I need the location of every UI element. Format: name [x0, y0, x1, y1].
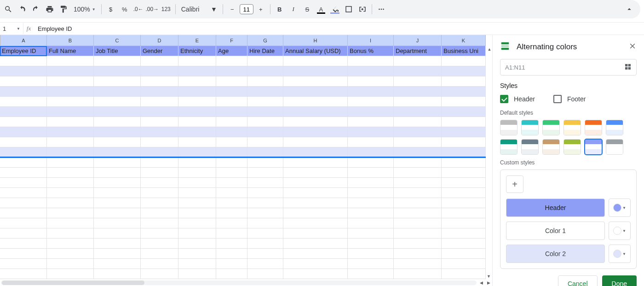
cell[interactable] — [247, 117, 283, 127]
column-header-F[interactable]: F — [216, 35, 247, 46]
cell[interactable] — [141, 117, 178, 127]
cell[interactable] — [247, 66, 283, 76]
cell[interactable] — [94, 66, 141, 76]
cell[interactable] — [348, 66, 394, 76]
header-cell[interactable]: Annual Salary (USD) — [283, 46, 348, 56]
cell[interactable] — [442, 56, 486, 66]
cell[interactable] — [178, 249, 216, 259]
cell[interactable] — [141, 198, 178, 208]
cell[interactable] — [247, 158, 283, 168]
cell[interactable] — [283, 87, 348, 97]
cell[interactable] — [0, 56, 47, 66]
cell[interactable] — [47, 137, 94, 147]
column-header-J[interactable]: J — [394, 35, 442, 46]
cell[interactable] — [348, 218, 394, 228]
cell[interactable] — [394, 228, 442, 239]
cell[interactable] — [178, 269, 216, 279]
cell[interactable] — [348, 76, 394, 87]
custom-header-row[interactable]: Header — [506, 198, 605, 217]
cell[interactable] — [442, 228, 486, 239]
header-cell[interactable]: Hire Date — [247, 46, 283, 56]
cell[interactable] — [178, 208, 216, 218]
cell[interactable] — [394, 259, 442, 269]
cell[interactable] — [94, 76, 141, 87]
undo-icon[interactable] — [16, 3, 29, 16]
cell[interactable] — [0, 239, 47, 249]
cell[interactable] — [247, 228, 283, 239]
cell[interactable] — [216, 97, 247, 107]
cell[interactable] — [47, 127, 94, 137]
cell[interactable] — [348, 117, 394, 127]
cell[interactable] — [178, 127, 216, 137]
style-preset[interactable] — [521, 139, 539, 155]
cell[interactable] — [0, 168, 47, 178]
cell[interactable] — [442, 76, 486, 87]
header-checkbox[interactable]: Header — [500, 95, 535, 103]
cell[interactable] — [442, 259, 486, 269]
cell[interactable] — [283, 97, 348, 107]
column-header-H[interactable]: H — [283, 35, 348, 46]
cell[interactable] — [47, 66, 94, 76]
cell[interactable] — [94, 56, 141, 66]
cell[interactable] — [178, 198, 216, 208]
cell[interactable] — [216, 249, 247, 259]
cell[interactable] — [178, 259, 216, 269]
cell[interactable] — [178, 56, 216, 66]
redo-icon[interactable] — [29, 3, 42, 16]
cell[interactable] — [0, 208, 47, 218]
cell[interactable] — [141, 107, 178, 117]
cell[interactable] — [247, 168, 283, 178]
cell[interactable] — [47, 87, 94, 97]
cell[interactable] — [394, 239, 442, 249]
more-toolbar-button[interactable] — [375, 3, 388, 16]
cell[interactable] — [0, 127, 47, 137]
cell[interactable] — [141, 218, 178, 228]
cell[interactable] — [442, 249, 486, 259]
cell[interactable] — [216, 188, 247, 198]
cell[interactable] — [178, 66, 216, 76]
cell[interactable] — [178, 239, 216, 249]
bold-button[interactable]: B — [273, 3, 286, 16]
cell[interactable] — [348, 178, 394, 188]
cell[interactable] — [216, 239, 247, 249]
cell[interactable] — [442, 97, 486, 107]
cell[interactable] — [247, 107, 283, 117]
cell[interactable] — [247, 259, 283, 269]
column-header-I[interactable]: I — [348, 35, 394, 46]
color1-picker[interactable]: ▼ — [609, 222, 631, 240]
cell[interactable] — [283, 249, 348, 259]
column-header-C[interactable]: C — [94, 35, 141, 46]
cell[interactable] — [348, 87, 394, 97]
cell[interactable] — [94, 137, 141, 147]
cell[interactable] — [216, 127, 247, 137]
vertical-scrollbar[interactable]: ▲ ▼ — [487, 46, 492, 280]
cell[interactable] — [178, 97, 216, 107]
cell[interactable] — [141, 158, 178, 168]
cell[interactable] — [0, 117, 47, 127]
cell[interactable] — [283, 147, 348, 158]
font-family-dropdown[interactable]: Calibri▼ — [178, 6, 220, 13]
cell[interactable] — [348, 249, 394, 259]
cell[interactable] — [283, 117, 348, 127]
cell[interactable] — [0, 269, 47, 279]
cell[interactable] — [394, 127, 442, 137]
cell[interactable] — [442, 117, 486, 127]
collapse-toolbar-button[interactable] — [623, 3, 636, 16]
scroll-left-button[interactable]: ◀ — [477, 280, 485, 286]
cell[interactable] — [247, 198, 283, 208]
cell[interactable] — [283, 56, 348, 66]
cell[interactable] — [47, 178, 94, 188]
cell[interactable] — [442, 208, 486, 218]
cell[interactable] — [141, 208, 178, 218]
cell[interactable] — [0, 178, 47, 188]
cell[interactable] — [442, 188, 486, 198]
cell[interactable] — [216, 66, 247, 76]
cell[interactable] — [0, 66, 47, 76]
cell[interactable] — [247, 56, 283, 66]
cell[interactable] — [394, 198, 442, 208]
color2-picker[interactable]: ▼ — [609, 245, 631, 263]
print-icon[interactable] — [43, 3, 56, 16]
cell[interactable] — [94, 259, 141, 269]
header-cell[interactable]: Gender — [141, 46, 178, 56]
cell[interactable] — [94, 198, 141, 208]
